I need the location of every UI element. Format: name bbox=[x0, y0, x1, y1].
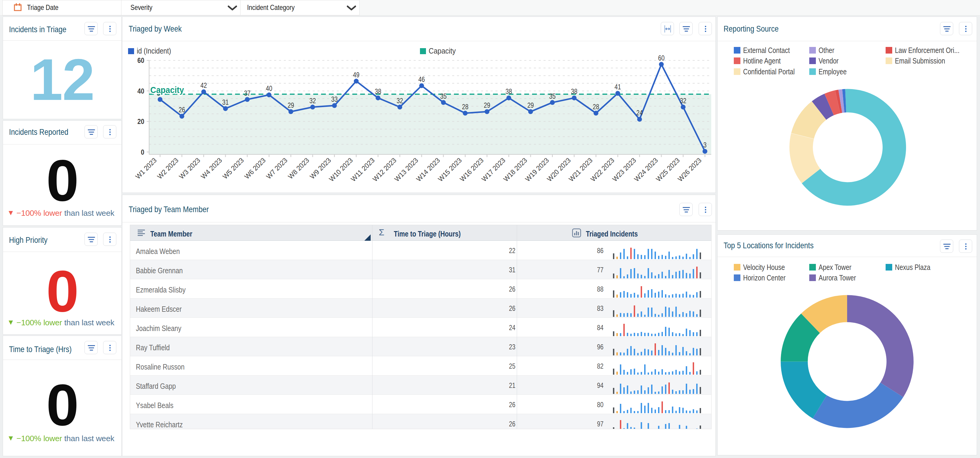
svg-text:38: 38 bbox=[506, 88, 512, 96]
svg-text:28: 28 bbox=[462, 103, 469, 111]
svg-text:W4 2023: W4 2023 bbox=[199, 156, 224, 180]
svg-text:40: 40 bbox=[266, 85, 272, 93]
svg-text:60: 60 bbox=[658, 54, 665, 62]
svg-text:W21 2023: W21 2023 bbox=[567, 156, 594, 183]
svg-text:41: 41 bbox=[614, 83, 621, 91]
svg-text:60: 60 bbox=[137, 56, 144, 64]
svg-text:W12 2023: W12 2023 bbox=[371, 156, 398, 183]
svg-text:29: 29 bbox=[288, 101, 294, 109]
svg-text:W6 2023: W6 2023 bbox=[243, 156, 267, 180]
svg-text:W1 2023: W1 2023 bbox=[134, 156, 158, 180]
svg-text:29: 29 bbox=[484, 101, 490, 109]
svg-text:38: 38 bbox=[375, 88, 382, 96]
svg-text:W17 2023: W17 2023 bbox=[480, 156, 507, 183]
svg-text:W7 2023: W7 2023 bbox=[264, 156, 289, 180]
svg-text:W15 2023: W15 2023 bbox=[436, 156, 463, 183]
svg-text:W5 2023: W5 2023 bbox=[221, 156, 245, 180]
svg-text:W19 2023: W19 2023 bbox=[524, 156, 550, 183]
svg-text:26: 26 bbox=[178, 106, 185, 114]
svg-text:W24 2023: W24 2023 bbox=[633, 156, 659, 183]
svg-text:28: 28 bbox=[593, 103, 600, 111]
svg-text:37: 37 bbox=[244, 89, 251, 97]
svg-text:W23 2023: W23 2023 bbox=[611, 156, 638, 183]
svg-text:W11 2023: W11 2023 bbox=[349, 156, 376, 183]
svg-text:W8 2023: W8 2023 bbox=[286, 156, 311, 180]
svg-text:46: 46 bbox=[418, 75, 425, 83]
svg-text:32: 32 bbox=[680, 97, 687, 105]
svg-text:W22 2023: W22 2023 bbox=[589, 156, 616, 183]
svg-text:35: 35 bbox=[440, 93, 447, 100]
svg-text:W20 2023: W20 2023 bbox=[545, 156, 572, 183]
svg-text:35: 35 bbox=[549, 93, 556, 100]
svg-text:33: 33 bbox=[331, 96, 338, 103]
svg-text:id (Incident): id (Incident) bbox=[137, 47, 171, 55]
svg-text:24: 24 bbox=[636, 109, 643, 117]
svg-text:32: 32 bbox=[309, 97, 316, 105]
svg-text:3: 3 bbox=[703, 141, 707, 149]
svg-text:W10 2023: W10 2023 bbox=[328, 156, 354, 183]
svg-text:38: 38 bbox=[571, 88, 578, 96]
svg-text:Capacity: Capacity bbox=[429, 47, 456, 55]
svg-text:42: 42 bbox=[200, 81, 207, 89]
svg-text:W16 2023: W16 2023 bbox=[458, 156, 485, 183]
svg-text:W13 2023: W13 2023 bbox=[393, 156, 420, 183]
svg-text:W14 2023: W14 2023 bbox=[415, 156, 441, 183]
svg-text:49: 49 bbox=[353, 71, 360, 79]
svg-text:32: 32 bbox=[396, 97, 403, 105]
svg-text:W3 2023: W3 2023 bbox=[177, 156, 202, 180]
svg-text:0: 0 bbox=[141, 148, 145, 156]
svg-text:40: 40 bbox=[137, 87, 144, 95]
svg-text:31: 31 bbox=[222, 98, 229, 106]
svg-text:W2 2023: W2 2023 bbox=[156, 156, 180, 180]
svg-text:W18 2023: W18 2023 bbox=[502, 156, 528, 183]
svg-text:Capacity: Capacity bbox=[150, 85, 184, 95]
svg-text:20: 20 bbox=[137, 117, 144, 126]
svg-text:29: 29 bbox=[527, 101, 534, 109]
svg-text:W25 2023: W25 2023 bbox=[654, 156, 681, 183]
svg-text:W26 2023: W26 2023 bbox=[676, 156, 703, 183]
